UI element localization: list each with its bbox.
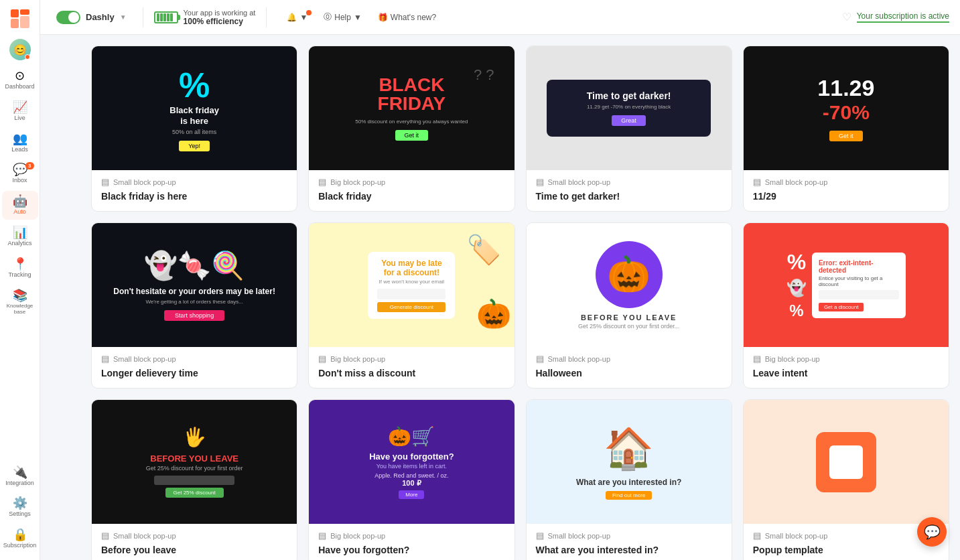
- inner-box: [829, 445, 863, 479]
- card-delivery[interactable]: 👻🍬🍭 Don't hesitate or your orders may be…: [91, 222, 297, 389]
- card-thumbnail: 🏠 What are you interested in? Find out m…: [527, 400, 732, 524]
- sidebar-item-live[interactable]: 📈 Live: [2, 97, 38, 126]
- card-type: ▤ Small block pop-up: [536, 177, 722, 187]
- card-forgotten[interactable]: 🎃🛒 Have you forgotten? You have items le…: [308, 399, 515, 560]
- avatar[interactable]: 😊: [9, 39, 31, 60]
- popup-icon: ▤: [318, 177, 326, 187]
- chevron-down-icon: ▼: [120, 13, 127, 21]
- card-info: ▤ Big block pop-up Leave intent: [744, 347, 949, 388]
- before-input: [154, 476, 234, 485]
- app-logo[interactable]: [8, 7, 32, 31]
- before-btn: Get 25% discount: [165, 488, 224, 498]
- sidebar-item-subscription[interactable]: 🔒 Subscription: [2, 524, 38, 553]
- whats-new-button[interactable]: 🎁 What's new?: [374, 10, 440, 25]
- sidebar-item-integration[interactable]: 🔌 Integration: [2, 462, 38, 491]
- card-thumbnail: 11.29 -70% Get it: [744, 46, 949, 170]
- card-type-label: Small block pop-up: [765, 178, 828, 186]
- card-type-label: Big block pop-up: [765, 355, 820, 363]
- chat-widget-button[interactable]: 💬: [917, 517, 947, 547]
- card-before-you-leave-2[interactable]: 🖐️ BEFORE YOU LEAVE Get 25% discount for…: [91, 399, 297, 560]
- gift-icon: 🎁: [378, 13, 388, 22]
- delivery-sub: We're getting a lot of orders these days…: [145, 299, 243, 305]
- card-title: What are you interested in?: [536, 545, 722, 555]
- card-type: ▤ Big block pop-up: [753, 354, 939, 364]
- date-label: 11.29: [817, 75, 874, 101]
- sidebar-item-settings[interactable]: ⚙️ Settings: [2, 493, 38, 522]
- efficiency-value: 100% efficiency: [184, 17, 256, 26]
- card-type-label: Small block pop-up: [548, 532, 611, 540]
- efficiency-label: Your app is working at: [184, 9, 256, 17]
- card-thumbnail: 🎃 BEFORE YOU LEAVE Get 25% discount on y…: [527, 223, 732, 347]
- sidebar-item-label: Inbox: [12, 177, 27, 184]
- error-box: Error: exit-intent-detected Entice your …: [812, 253, 906, 318]
- card-thumbnail: % Black fridayis here 50% on all items Y…: [92, 46, 297, 170]
- subscription-icon: 🔒: [13, 529, 27, 541]
- card-1129[interactable]: 11.29 -70% Get it ▤ Small block pop-up 1…: [743, 46, 949, 212]
- topbar-divider-2: [266, 7, 267, 27]
- card-type: ▤ Small block pop-up: [536, 354, 722, 364]
- card-discount[interactable]: 🏷️ 🎃 You may be late for a discount! If …: [308, 222, 515, 389]
- battery-outer: [154, 11, 178, 23]
- pct2: %: [789, 301, 803, 320]
- darker-sub: 11.29 get -70% on everything black: [560, 104, 697, 110]
- sidebar-item-label: Subscription: [3, 542, 37, 549]
- notification-dot: [306, 10, 312, 15]
- help-button[interactable]: ⓪ Help ▼: [320, 9, 366, 25]
- card-halloween[interactable]: 🎃 BEFORE YOU LEAVE Get 25% discount on y…: [526, 222, 732, 389]
- topbar-divider: [143, 7, 143, 27]
- bf-heading: Black fridayis here: [169, 105, 219, 126]
- before-you-leave-label: BEFORE YOU LEAVE: [581, 313, 677, 322]
- sidebar-item-inbox[interactable]: 💬 3 Inbox: [2, 159, 38, 188]
- card-time-darker[interactable]: Time to get darker! 11.29 get -70% on ev…: [526, 46, 732, 212]
- popup-icon: ▤: [101, 177, 109, 187]
- card-thumbnail: 🎃🛒 Have you forgotten? You have items le…: [309, 400, 514, 524]
- sidebar-item-leads[interactable]: 👥 Leads: [2, 129, 38, 157]
- popup-icon: ▤: [318, 354, 326, 364]
- card-type: ▤ Small block pop-up: [101, 177, 287, 187]
- analytics-icon: 📊: [13, 226, 27, 238]
- hand-icon: 🖐️: [183, 426, 206, 448]
- card-interested[interactable]: 🏠 What are you interested in? Find out m…: [526, 399, 732, 560]
- sidebar-item-analytics[interactable]: 📊 Analytics: [2, 222, 38, 251]
- halloween-sub: Get 25% discount on your first order...: [578, 323, 679, 330]
- card-thumbnail: [744, 400, 949, 524]
- card-grid: % Black fridayis here 50% on all items Y…: [91, 46, 949, 560]
- card-type: ▤ Small block pop-up: [753, 177, 939, 187]
- tag-icon: 🏷️: [466, 233, 501, 266]
- card-title: Don't miss a discount: [318, 368, 504, 378]
- sidebar-item-tracking[interactable]: 📍 Tracking: [2, 254, 38, 283]
- notification-bell[interactable]: 🔔 ▼: [283, 10, 312, 25]
- card-title: Black friday: [318, 191, 504, 202]
- question-marks: ? ?: [474, 66, 494, 84]
- efficiency-text: Your app is working at 100% efficiency: [184, 9, 256, 26]
- discount-input: [377, 289, 445, 299]
- card-type-label: Small block pop-up: [548, 355, 611, 363]
- app-toggle[interactable]: [56, 11, 80, 24]
- card-type: ▤ Small block pop-up: [753, 531, 939, 541]
- card-type-label: Big block pop-up: [330, 532, 385, 540]
- battery-bar: [167, 13, 169, 21]
- auto-icon: 🤖: [13, 195, 27, 207]
- card-leave-intent[interactable]: % 👻 % Error: exit-intent-detected Entice…: [743, 222, 949, 389]
- app-selector[interactable]: Dashly ▼: [51, 8, 132, 27]
- card-info: ▤ Big block pop-up Black friday: [309, 170, 514, 211]
- card-info: ▤ Small block pop-up Halloween: [527, 347, 732, 388]
- percent-symbol: %: [169, 65, 219, 105]
- bf-btn: Yep!: [179, 141, 210, 151]
- sidebar-item-auto[interactable]: 🤖 Auto: [2, 191, 38, 220]
- heart-icon[interactable]: ♡: [842, 11, 851, 23]
- card-type-label: Big block pop-up: [330, 178, 385, 186]
- card-info: ▤ Small block pop-up 11/29: [744, 170, 949, 211]
- card-black-friday-2[interactable]: BLACKFRIDAY ? ? 50% discount on everythi…: [308, 46, 515, 212]
- live-icon: 📈: [13, 101, 27, 113]
- sidebar: 😊 ⊙ Dashboard 📈 Live 👥 Leads 💬 3 Inbox 🤖…: [0, 0, 40, 560]
- forgotten-item1: Apple. Red and sweet. / oz.: [374, 472, 448, 479]
- halloween-pumpkin: 🎃: [596, 241, 663, 308]
- card-black-friday-1[interactable]: % Black fridayis here 50% on all items Y…: [91, 46, 297, 212]
- sidebar-item-dashboard[interactable]: ⊙ Dashboard: [2, 66, 38, 94]
- card-thumbnail: 🖐️ BEFORE YOU LEAVE Get 25% discount for…: [92, 400, 297, 524]
- chevron-down-icon: ▼: [354, 13, 362, 22]
- card-title: 11/29: [753, 191, 939, 202]
- find-btn: Find out more: [606, 491, 652, 500]
- sidebar-item-knowledge[interactable]: 📚 Knowledge base: [2, 285, 38, 320]
